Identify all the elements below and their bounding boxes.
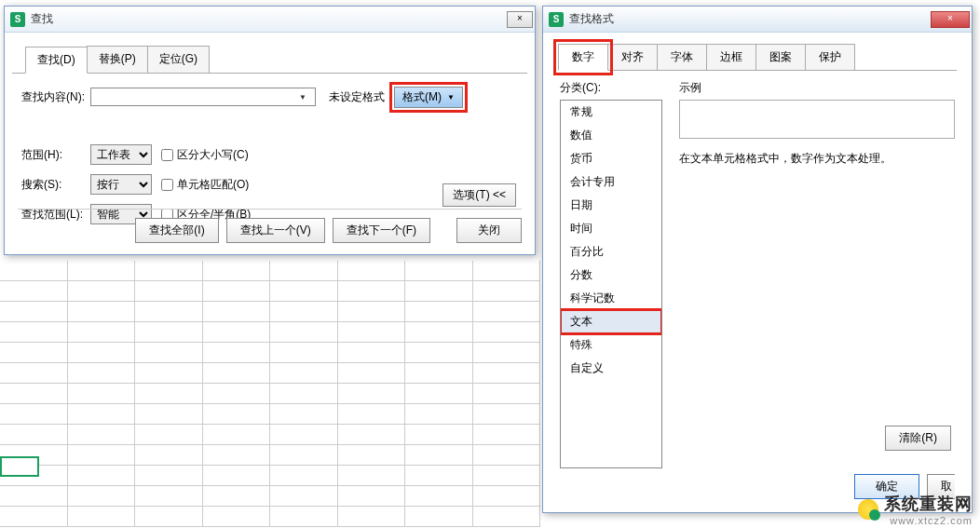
options-button[interactable]: 选项(T) << <box>442 183 516 207</box>
cell[interactable] <box>203 445 271 466</box>
cell[interactable] <box>203 404 271 425</box>
cell[interactable] <box>473 384 541 404</box>
cell[interactable] <box>338 507 406 527</box>
tab-protect[interactable]: 保护 <box>805 44 855 71</box>
cell[interactable] <box>0 322 68 343</box>
tab-pattern[interactable]: 图案 <box>755 44 806 71</box>
cell[interactable] <box>0 486 68 507</box>
cell[interactable] <box>473 343 541 363</box>
tab-border[interactable]: 边框 <box>706 44 756 71</box>
cell[interactable] <box>405 466 473 486</box>
match-case-checkbox[interactable]: 区分大小写(C) <box>161 147 249 163</box>
close-icon[interactable]: × <box>931 11 970 28</box>
cell[interactable] <box>473 445 541 466</box>
category-list[interactable]: 常规 数值 货币 会计专用 日期 时间 百分比 分数 科学记数 文本 特殊 自定… <box>560 100 662 468</box>
cat-custom[interactable]: 自定义 <box>561 357 661 380</box>
cell[interactable] <box>135 363 203 384</box>
cell[interactable] <box>338 261 406 281</box>
cell[interactable] <box>68 302 136 322</box>
cell[interactable] <box>270 384 338 404</box>
cell[interactable] <box>473 261 541 281</box>
cell[interactable] <box>270 302 338 322</box>
cell[interactable] <box>68 445 136 466</box>
tab-align[interactable]: 对齐 <box>607 44 658 71</box>
cell[interactable] <box>68 343 136 363</box>
find-content-input[interactable] <box>90 88 316 106</box>
cell[interactable] <box>68 281 136 302</box>
cell[interactable] <box>405 486 473 507</box>
cell[interactable] <box>338 322 406 343</box>
cell[interactable] <box>203 281 271 302</box>
cell[interactable] <box>405 507 473 527</box>
cell[interactable] <box>405 322 473 343</box>
cat-text[interactable]: 文本 <box>561 310 661 333</box>
cell[interactable] <box>135 425 203 445</box>
cell[interactable] <box>405 363 473 384</box>
tab-replace[interactable]: 替换(P) <box>87 46 148 73</box>
cell[interactable] <box>203 466 271 486</box>
cell[interactable] <box>0 281 68 302</box>
cell[interactable] <box>0 261 68 281</box>
cell[interactable] <box>0 343 68 363</box>
cell[interactable] <box>270 486 338 507</box>
active-cell-cursor[interactable] <box>0 456 39 477</box>
cell[interactable] <box>405 404 473 425</box>
tab-font[interactable]: 字体 <box>657 44 707 71</box>
cell[interactable] <box>135 302 203 322</box>
cat-date[interactable]: 日期 <box>561 194 661 217</box>
cat-percentage[interactable]: 百分比 <box>561 240 661 264</box>
format-titlebar[interactable]: S 查找格式 × <box>543 7 972 33</box>
cell[interactable] <box>0 384 68 404</box>
cell[interactable] <box>203 363 271 384</box>
match-cell-checkbox[interactable]: 单元格匹配(O) <box>161 177 249 193</box>
cell[interactable] <box>338 363 406 384</box>
cat-time[interactable]: 时间 <box>561 217 661 240</box>
cell[interactable] <box>270 281 338 302</box>
dropdown-icon[interactable]: ▼ <box>299 93 306 102</box>
cell[interactable] <box>203 343 271 363</box>
cat-scientific[interactable]: 科学记数 <box>561 287 661 310</box>
cell[interactable] <box>338 425 406 445</box>
cell[interactable] <box>338 445 406 466</box>
cell[interactable] <box>473 302 541 322</box>
format-button[interactable]: 格式(M) ▼ <box>394 87 463 108</box>
cell[interactable] <box>0 363 68 384</box>
cat-currency[interactable]: 货币 <box>561 147 661 170</box>
find-titlebar[interactable]: S 查找 × <box>5 7 535 33</box>
cell[interactable] <box>270 322 338 343</box>
scope-select[interactable]: 工作表 <box>90 144 152 165</box>
cell[interactable] <box>405 445 473 466</box>
cell[interactable] <box>270 363 338 384</box>
find-all-button[interactable]: 查找全部(I) <box>135 218 218 243</box>
cell[interactable] <box>473 425 541 445</box>
cell[interactable] <box>68 363 136 384</box>
cell[interactable] <box>203 261 271 281</box>
cell[interactable] <box>135 466 203 486</box>
cell[interactable] <box>0 425 68 445</box>
cat-fraction[interactable]: 分数 <box>561 264 661 287</box>
cell[interactable] <box>0 507 68 527</box>
clear-button[interactable]: 清除(R) <box>885 426 951 451</box>
cell[interactable] <box>203 302 271 322</box>
cell[interactable] <box>68 384 136 404</box>
cell[interactable] <box>473 281 541 302</box>
cell[interactable] <box>270 466 338 486</box>
find-prev-button[interactable]: 查找上一个(V) <box>226 218 325 243</box>
cell[interactable] <box>270 343 338 363</box>
cell[interactable] <box>338 486 406 507</box>
cell[interactable] <box>135 486 203 507</box>
close-button[interactable]: 关闭 <box>456 218 522 243</box>
cell[interactable] <box>203 425 271 445</box>
cell[interactable] <box>405 425 473 445</box>
cell[interactable] <box>203 486 271 507</box>
cell[interactable] <box>68 466 136 486</box>
cat-number[interactable]: 数值 <box>561 124 661 147</box>
cell[interactable] <box>338 343 406 363</box>
cell[interactable] <box>473 404 541 425</box>
cat-special[interactable]: 特殊 <box>561 333 661 357</box>
cell[interactable] <box>270 425 338 445</box>
cell[interactable] <box>68 261 136 281</box>
cell[interactable] <box>135 322 203 343</box>
cell[interactable] <box>338 281 406 302</box>
tab-number[interactable]: 数字 <box>558 44 608 71</box>
